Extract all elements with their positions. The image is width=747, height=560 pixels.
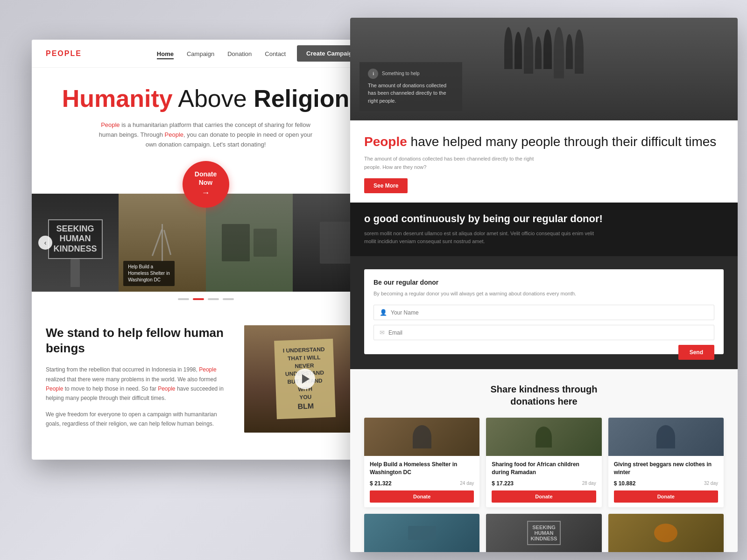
donate-text: DonateNow <box>195 170 217 187</box>
rp-overlay-text: The amount of donations collected has be… <box>368 82 454 105</box>
card-title-1: Help Build a Homeless Shelter in Washing… <box>370 461 474 476</box>
donor-form-section: Be our regular donor By becoming a regul… <box>350 256 738 370</box>
form-title: Be our regular donor <box>374 279 714 286</box>
slider-prev-button[interactable]: ‹ <box>38 236 52 250</box>
play-button[interactable] <box>295 369 315 389</box>
rp-hero-image: ℹ Something to help The amount of donati… <box>350 18 738 120</box>
dot-3[interactable] <box>208 298 219 300</box>
donation-card-5: SEEKINGHUMANKINDNESS Sharing food for Sy… <box>486 514 601 552</box>
donate-card-button-3[interactable]: Donate <box>614 490 718 503</box>
donate-now-button[interactable]: DonateNow → <box>183 161 229 208</box>
card-amount-1: $ 21.322 <box>370 480 392 487</box>
cards-grid: Help Build a Homeless Shelter in Washing… <box>364 418 724 552</box>
card-title-3: Giving street beggars new clothes in win… <box>614 461 718 476</box>
nav-contact[interactable]: Contact <box>265 50 286 57</box>
about-title: We stand to help fellow human beings <box>46 325 230 357</box>
card-meta-2: $ 17.223 28 day <box>492 480 596 487</box>
hero-title-religion: Religion <box>254 85 349 112</box>
card-meta-3: $ 10.882 32 day <box>614 480 718 487</box>
img-caption: Help Build a Homeless Shelter in Washing… <box>123 261 175 286</box>
card-img-inner-3 <box>608 418 724 456</box>
rp-hero-overlay: ℹ Something to help The amount of donati… <box>359 62 462 112</box>
marquee-text: o good continuously by being our regular… <box>364 213 724 225</box>
donate-btn-wrap: DonateNow → <box>46 161 366 208</box>
donate-card-button-2[interactable]: Donate <box>492 490 596 503</box>
donation-card-4: 10,000 people evacuated due to flash flo… <box>364 514 479 552</box>
logo: PEOPLE <box>46 49 82 58</box>
right-panel: ℹ Something to help The amount of donati… <box>350 18 738 552</box>
donor-form-card: Be our regular donor By becoming a regul… <box>364 269 724 355</box>
hero-img-3 <box>206 194 293 292</box>
donations-section: Share kindness throughdonations here Hel… <box>350 369 738 552</box>
dot-4[interactable] <box>223 298 234 300</box>
send-button[interactable]: Send <box>678 345 714 360</box>
marquee-section: o good continuously by being our regular… <box>350 203 738 256</box>
rp-overlay-small: ℹ Something to help <box>368 69 454 79</box>
hero-title: Humanity Above Religion <box>46 85 366 112</box>
hero-img-2: Help Build a Homeless Shelter in Washing… <box>119 194 205 292</box>
nav-donation[interactable]: Donation <box>227 50 252 57</box>
card-img-2 <box>486 418 601 456</box>
card-img-5: SEEKINGHUMANKINDNESS <box>486 514 601 552</box>
card-meta-1: $ 21.322 24 day <box>370 480 474 487</box>
donate-card-button-1[interactable]: Donate <box>370 490 474 503</box>
card-body-3: Giving street beggars new clothes in win… <box>608 456 724 507</box>
card-img-inner-1 <box>364 418 479 456</box>
card-body-1: Help Build a Homeless Shelter in Washing… <box>364 456 479 507</box>
slider-dots <box>32 292 380 307</box>
email-input[interactable] <box>388 329 708 336</box>
rp-top-text: People have helped many people through t… <box>350 120 738 203</box>
see-more-button[interactable]: See More <box>364 178 408 193</box>
user-icon: 👤 <box>380 309 387 316</box>
form-subtitle: By becoming a regular donor you will alw… <box>374 290 714 298</box>
hero-section: Humanity Above Religion People is a huma… <box>32 68 380 194</box>
browser-window: PEOPLE Home Campaign Donation Contact Cr… <box>32 40 380 460</box>
about-para1: Starting from the rebellion that occurre… <box>46 365 230 403</box>
card-days-3: 32 day <box>704 481 718 486</box>
donation-card-3: Giving street beggars new clothes in win… <box>608 418 724 507</box>
name-input-row: 👤 <box>374 305 714 320</box>
navbar: PEOPLE Home Campaign Donation Contact Cr… <box>32 40 380 68</box>
card-img-inner-4 <box>364 514 479 552</box>
card-img-inner-6 <box>608 514 724 552</box>
card-days-2: 28 day <box>582 481 596 486</box>
hero-images: ‹ SEEKINGHUMANKINDNESS Help Build a Home… <box>32 194 380 292</box>
rp-heading-red: People <box>364 134 407 149</box>
rp-heading-rest: have helped many people through their di… <box>407 134 717 149</box>
email-icon: ✉ <box>380 329 385 336</box>
about-para2: We give freedom for everyone to open a c… <box>46 410 230 429</box>
hero-title-red: Humanity <box>62 85 173 112</box>
overlay-label: Something to help <box>382 71 420 76</box>
card-img-4 <box>364 514 479 552</box>
card-img-3 <box>608 418 724 456</box>
donations-title: Share kindness throughdonations here <box>364 383 724 407</box>
nav-campaign[interactable]: Campaign <box>187 50 214 57</box>
about-section: We stand to help fellow human beings Sta… <box>32 307 380 451</box>
donation-card-1: Help Build a Homeless Shelter in Washing… <box>364 418 479 507</box>
card-img-1 <box>364 418 479 456</box>
rp-heading: People have helped many people through t… <box>364 133 724 150</box>
email-input-row: ✉ <box>374 325 714 340</box>
dot-2[interactable] <box>193 298 204 300</box>
hero-title-above: Above <box>173 85 254 112</box>
card-body-2: Sharing food for African children during… <box>486 456 601 507</box>
info-icon: ℹ <box>368 69 378 79</box>
dot-1[interactable] <box>178 298 189 300</box>
card-img-6 <box>608 514 724 552</box>
about-image: I UNDERSTANDTHAT I WILLNEVERUNDERSTANDBU… <box>244 325 366 433</box>
donation-card-6: Forest and land fires in Kalimantan, Ind… <box>608 514 724 552</box>
nav-home[interactable]: Home <box>157 50 174 59</box>
donation-card-2: Sharing food for African children during… <box>486 418 601 507</box>
card-img-inner-2 <box>486 418 601 456</box>
play-icon <box>302 374 310 384</box>
card-amount-2: $ 17.223 <box>492 480 514 487</box>
rp-subtitle: The amount of donations collected has be… <box>364 155 542 171</box>
name-input[interactable] <box>391 309 708 316</box>
card-title-2: Sharing food for African children during… <box>492 461 596 476</box>
card-days-1: 24 day <box>460 481 474 486</box>
card-img-inner-5: SEEKINGHUMANKINDNESS <box>486 514 601 552</box>
marquee-subtext: sorem mollit non deserunt ullamco est si… <box>364 230 598 246</box>
about-text: We stand to help fellow human beings Sta… <box>46 325 230 433</box>
hero-subtitle: People is a humanitarian platform that c… <box>94 120 318 149</box>
nav-links: Home Campaign Donation Contact <box>157 49 286 58</box>
